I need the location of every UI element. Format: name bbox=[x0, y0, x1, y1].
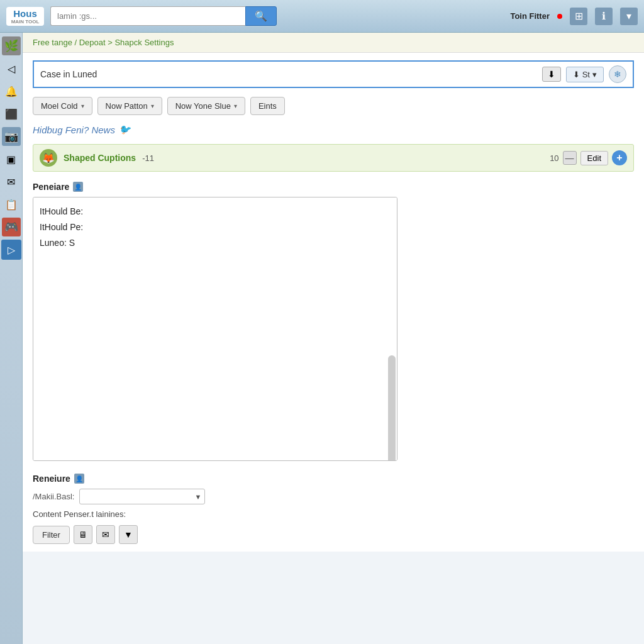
logo[interactable]: Hous MAIN TOOL bbox=[6, 7, 44, 26]
shaped-right: 10 — Edit + bbox=[550, 150, 627, 165]
status-label: St bbox=[582, 70, 590, 79]
status-arrow: ▾ bbox=[592, 70, 597, 79]
bell-icon: 🔔 bbox=[3, 82, 20, 100]
now-yone-slue-button[interactable]: Now Yone Slue ▾ bbox=[167, 97, 245, 115]
status-button[interactable]: ⬇ St ▾ bbox=[566, 67, 604, 82]
peneiare-section-label: Peneiare 👤 bbox=[33, 182, 634, 192]
peneiare-icon: 👤 bbox=[73, 182, 83, 192]
grid-icon[interactable]: ⊞ bbox=[570, 8, 587, 25]
breadcrumb-text: Free tange / Depoat > Shapck Settings bbox=[33, 38, 174, 47]
shaped-edit-button[interactable]: Edit bbox=[580, 151, 608, 165]
shaped-plus-button[interactable]: + bbox=[612, 150, 627, 165]
textarea-line-1: ItHould Be: bbox=[40, 204, 391, 219]
textarea-line-2: ItHould Pe: bbox=[40, 219, 391, 235]
content-area: ⬇ ⬇ St ▾ ❄ Moel Cold ▾ Now Patton ▾ bbox=[23, 53, 644, 552]
textarea-line-3: Luneo: S bbox=[40, 235, 391, 251]
makii-select[interactable] bbox=[79, 489, 205, 504]
toolbar: Moel Cold ▾ Now Patton ▾ Now Yone Slue ▾… bbox=[33, 97, 634, 115]
peneiare-textarea[interactable]: ItHould Be: ItHould Pe: Luneo: S bbox=[33, 197, 397, 461]
sidebar-avatar: 🌿 bbox=[2, 36, 21, 55]
down-arrow-button[interactable]: ▼ bbox=[119, 525, 138, 544]
mail-icon-button[interactable]: ✉ bbox=[96, 525, 115, 544]
now-yone-slue-label: Now Yone Slue bbox=[175, 101, 231, 111]
filter-button[interactable]: Filter bbox=[33, 526, 70, 544]
breadcrumb: Free tange / Depoat > Shapck Settings bbox=[23, 33, 644, 53]
filter-button-label: Filter bbox=[42, 530, 60, 540]
now-patton-button[interactable]: Now Patton ▾ bbox=[97, 97, 162, 115]
info-icon[interactable]: ℹ bbox=[595, 8, 613, 25]
status-icon: ⬇ bbox=[573, 70, 580, 79]
logo-sub: MAIN TOOL bbox=[10, 19, 40, 25]
content-penser-label: Content Penser.t lainines: bbox=[33, 509, 634, 519]
sidebar-item-square[interactable]: ⬛ bbox=[1, 104, 21, 124]
moel-cold-label: Moel Cold bbox=[41, 101, 78, 111]
eints-label: Eints bbox=[258, 101, 277, 111]
screen-icon: 🖥 bbox=[79, 530, 87, 540]
snowflake-button[interactable]: ❄ bbox=[609, 65, 626, 83]
square-icon: ⬛ bbox=[3, 105, 20, 123]
makii-select-wrap: ▼ bbox=[79, 489, 205, 504]
hidbug-text: Hidbug Feni? News bbox=[33, 125, 115, 135]
sidebar-item-avatar1[interactable]: 🌿 bbox=[1, 36, 21, 56]
shaped-row: 🦊 Shaped Cuptions -11 10 — Edit + bbox=[33, 144, 634, 172]
snowflake-icon: ❄ bbox=[614, 69, 621, 79]
textarea-scrollbar[interactable] bbox=[388, 355, 396, 461]
filter-toolbar: Filter 🖥 ✉ ▼ bbox=[33, 525, 634, 544]
shaped-minus-button[interactable]: — bbox=[563, 151, 577, 165]
menu-icon[interactable]: ▾ bbox=[620, 8, 638, 25]
notification-badge bbox=[557, 14, 562, 19]
now-yone-slue-arrow: ▾ bbox=[234, 103, 237, 109]
sidebar-item-game[interactable]: 🎮 bbox=[1, 217, 21, 237]
search-input[interactable] bbox=[50, 6, 245, 26]
peneiare-label-text: Peneiare bbox=[33, 182, 69, 192]
grid2-icon: ▣ bbox=[3, 150, 20, 168]
sidebar-item-mail[interactable]: ✉ bbox=[1, 172, 21, 192]
logo-text: Hous bbox=[13, 8, 37, 19]
search-button[interactable]: 🔍 bbox=[245, 6, 277, 26]
shaped-label: Shaped Cuptions bbox=[64, 153, 136, 163]
sidebar-item-bell[interactable]: 🔔 bbox=[1, 81, 21, 101]
makii-row: /Makii.Basl: ▼ bbox=[33, 489, 634, 504]
header: Hous MAIN TOOL 🔍 Toin Fitter ⊞ ℹ ▾ bbox=[0, 0, 644, 33]
reneiure-label-text: Reneiure bbox=[33, 474, 70, 484]
layout: 🌿 ◁ 🔔 ⬛ 📷 ▣ ✉ 📋 🎮 ▷ bbox=[0, 33, 644, 644]
shaped-number: 10 bbox=[550, 153, 558, 163]
main-content: Free tange / Depoat > Shapck Settings ⬇ … bbox=[23, 33, 644, 644]
now-patton-arrow: ▾ bbox=[151, 103, 154, 109]
shaped-count: -11 bbox=[142, 153, 154, 163]
shaped-avatar: 🦊 bbox=[40, 149, 57, 167]
mail-icon: ✉ bbox=[3, 173, 20, 191]
clipboard-icon: 📋 bbox=[3, 196, 20, 213]
now-patton-label: Now Patton bbox=[106, 101, 148, 111]
play-icon: ▷ bbox=[3, 241, 20, 258]
mail2-icon: ✉ bbox=[102, 530, 109, 540]
sidebar-item-grid[interactable]: ▣ bbox=[1, 149, 21, 169]
reneiure-icon: 👤 bbox=[74, 474, 84, 484]
case-input[interactable] bbox=[40, 69, 537, 79]
reneiure-section-label: Reneiure 👤 bbox=[33, 474, 634, 484]
camera-icon: 📷 bbox=[2, 127, 21, 146]
screen-icon-button[interactable]: 🖥 bbox=[74, 525, 92, 544]
filter-down-button[interactable]: ⬇ bbox=[542, 67, 561, 82]
filter-bar: ⬇ ⬇ St ▾ ❄ bbox=[33, 60, 634, 88]
down-arrow-icon: ▼ bbox=[124, 530, 133, 540]
makii-label: /Makii.Basl: bbox=[33, 492, 74, 501]
moel-cold-button[interactable]: Moel Cold ▾ bbox=[33, 97, 92, 115]
eints-button[interactable]: Eints bbox=[250, 97, 285, 115]
sidebar: 🌿 ◁ 🔔 ⬛ 📷 ▣ ✉ 📋 🎮 ▷ bbox=[0, 33, 23, 644]
hidbug-icon: 🐦 bbox=[119, 124, 131, 135]
hidbug-section: Hidbug Feni? News 🐦 bbox=[33, 124, 634, 135]
sidebar-item-back[interactable]: ◁ bbox=[1, 58, 21, 79]
header-right: Toin Fitter ⊞ ℹ ▾ bbox=[510, 8, 638, 25]
username-label: Toin Fitter bbox=[510, 11, 550, 21]
sidebar-item-clip[interactable]: 📋 bbox=[1, 194, 21, 214]
back-icon: ◁ bbox=[3, 60, 20, 77]
search-bar: 🔍 bbox=[50, 6, 277, 26]
sidebar-item-camera[interactable]: 📷 bbox=[1, 126, 21, 147]
moel-cold-arrow: ▾ bbox=[81, 103, 84, 109]
sidebar-item-play[interactable]: ▷ bbox=[1, 240, 21, 260]
game-icon: 🎮 bbox=[2, 218, 21, 236]
